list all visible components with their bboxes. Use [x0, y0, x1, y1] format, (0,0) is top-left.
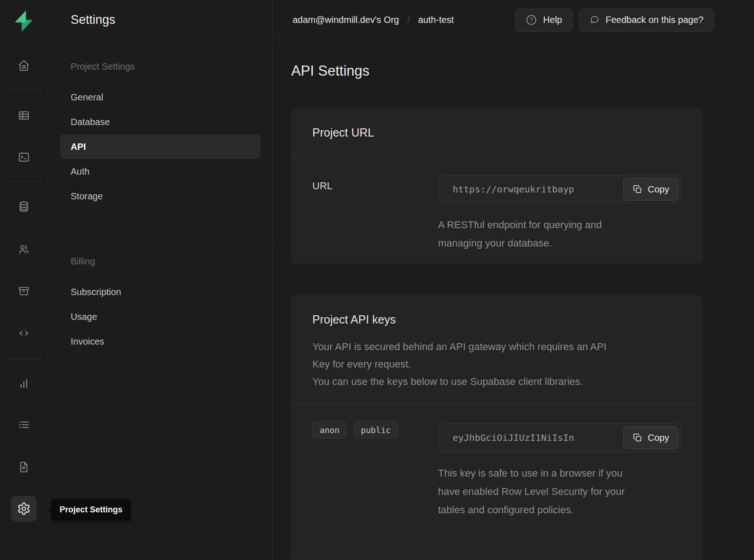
copy-anon-key-label: Copy: [648, 433, 669, 443]
rail-divider: [6, 359, 41, 359]
main-content: API Settings Project URL URL https://orw…: [273, 41, 754, 560]
help-label: Help: [543, 15, 562, 25]
breadcrumb-separator: /: [407, 15, 410, 25]
icon-rail: [0, 0, 48, 560]
speech-bubble-icon: [589, 14, 600, 26]
sidebar-item-database[interactable]: Database: [49, 110, 272, 134]
project-settings-tooltip: Project Settings: [51, 499, 131, 521]
project-url-value: https://orwqeukritbayp: [453, 184, 574, 195]
public-badge: public: [354, 421, 398, 439]
sidebar-item-api[interactable]: API: [60, 134, 261, 159]
gear-icon: [17, 502, 31, 516]
reports-icon[interactable]: [17, 376, 31, 391]
anon-key-description: This key is safe to use in a browser if …: [438, 464, 681, 519]
next-key-row-stub: [292, 555, 702, 560]
api-keys-intro: Your API is secured behind an API gatewa…: [312, 338, 681, 390]
table-editor-icon[interactable]: [17, 108, 31, 123]
sidebar-item-usage[interactable]: Usage: [49, 304, 272, 329]
rail-divider: [6, 181, 41, 181]
top-header: adam@windmill.dev's Org / auth-test ? He…: [273, 0, 754, 40]
sidebar-item-auth[interactable]: Auth: [49, 159, 272, 184]
sidebar-item-storage[interactable]: Storage: [49, 184, 272, 209]
help-icon: ?: [525, 14, 538, 26]
api-keys-card-title: Project API keys: [292, 296, 702, 326]
storage-icon[interactable]: [17, 284, 31, 298]
section-heading-billing: Billing: [49, 256, 272, 267]
copy-icon: [632, 433, 643, 443]
project-url-field[interactable]: https://orwqeukritbayp Copy: [438, 175, 681, 204]
sidebar-item-invoices[interactable]: Invoices: [49, 329, 272, 354]
copy-icon: [632, 184, 643, 194]
edge-functions-icon[interactable]: [17, 326, 31, 340]
home-icon[interactable]: [17, 58, 31, 73]
page-title: API Settings: [291, 63, 754, 79]
settings-sidebar: Settings Project Settings General Databa…: [49, 0, 273, 560]
sidebar-item-general[interactable]: General: [49, 85, 272, 110]
project-url-card: Project URL URL https://orwqeukritbayp: [291, 108, 702, 264]
sidebar-item-subscription[interactable]: Subscription: [49, 280, 272, 304]
anon-badge: anon: [312, 421, 347, 439]
api-docs-icon[interactable]: [17, 460, 31, 474]
sql-editor-icon[interactable]: [17, 150, 31, 165]
feedback-button[interactable]: Feedback on this page?: [579, 9, 714, 32]
auth-users-icon[interactable]: [17, 242, 31, 257]
anon-key-value: eyJhbGciOiJIUzI1NiIsIn: [453, 432, 574, 443]
help-button[interactable]: ? Help: [515, 9, 572, 32]
project-url-description: A RESTful endpoint for querying and mana…: [438, 216, 681, 253]
url-label: URL: [312, 175, 438, 192]
tooltip-label: Project Settings: [60, 505, 122, 515]
settings-nav: Project Settings General Database API Au…: [49, 40, 272, 354]
breadcrumb-org[interactable]: adam@windmill.dev's Org: [293, 15, 399, 25]
sidebar-section-divider: [49, 242, 272, 242]
rail-divider: [6, 90, 41, 90]
copy-url-label: Copy: [648, 184, 669, 195]
feedback-label: Feedback on this page?: [606, 15, 704, 25]
breadcrumb-project[interactable]: auth-test: [418, 15, 454, 25]
logs-icon[interactable]: [17, 417, 31, 432]
project-url-card-title: Project URL: [292, 109, 702, 159]
copy-url-button[interactable]: Copy: [623, 178, 678, 201]
svg-text:?: ?: [530, 17, 533, 23]
project-settings-gear-button[interactable]: [11, 496, 37, 522]
api-keys-card: Project API keys Your API is secured beh…: [291, 295, 702, 560]
sidebar-title: Settings: [49, 0, 272, 40]
copy-anon-key-button[interactable]: Copy: [623, 426, 678, 449]
anon-key-field[interactable]: eyJhbGciOiJIUzI1NiIsIn Copy: [438, 423, 681, 452]
supabase-logo-icon[interactable]: [12, 9, 36, 33]
database-icon[interactable]: [17, 199, 31, 214]
section-heading-project-settings: Project Settings: [49, 61, 272, 72]
